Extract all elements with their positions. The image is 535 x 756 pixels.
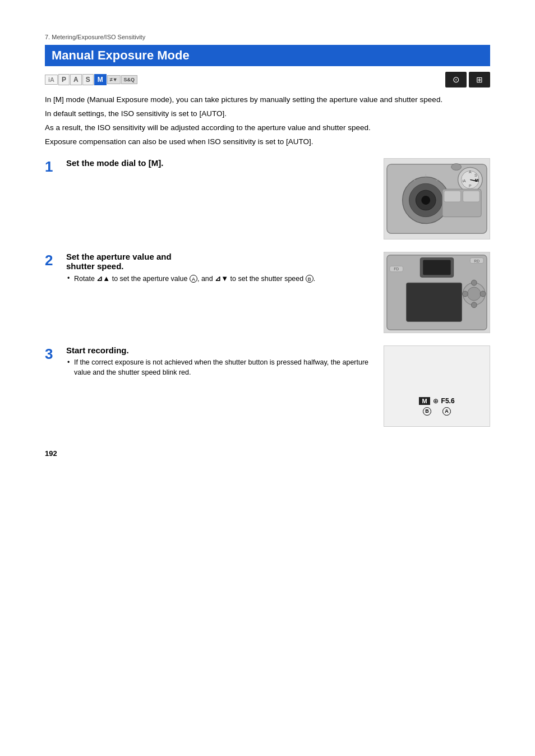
svg-text:P: P bbox=[469, 184, 472, 188]
steps-section: 1 Set the mode dial to [M]. A S bbox=[45, 158, 490, 427]
circle-b-inline: B bbox=[306, 275, 313, 283]
svg-point-26 bbox=[471, 280, 477, 285]
section-title-bar: Manual Exposure Mode bbox=[45, 45, 490, 66]
camera-mode-icons: ⊙ ⊞ bbox=[445, 72, 490, 87]
step-1-title: Set the mode dial to [M]. bbox=[66, 158, 375, 168]
photo-icon-box: ⊙ bbox=[445, 72, 467, 87]
svg-text:RD: RD bbox=[474, 259, 479, 262]
svg-rect-15 bbox=[444, 191, 461, 202]
mode-badge-a: A bbox=[70, 74, 82, 85]
svg-rect-16 bbox=[463, 191, 480, 202]
step-1-image: A S M P iA bbox=[384, 158, 490, 239]
front-dial-icon: ⊿▲ bbox=[96, 274, 110, 283]
svg-text:A: A bbox=[469, 170, 472, 174]
person-icon: ⊞ bbox=[476, 75, 483, 84]
svg-rect-22 bbox=[423, 260, 450, 275]
svg-text:M: M bbox=[475, 178, 479, 183]
rear-dial-icon: ⊿▼ bbox=[215, 274, 228, 283]
vf-label-a: A bbox=[442, 407, 451, 416]
mode-badges: iA P A S M ≠▼ S&Q bbox=[45, 74, 137, 85]
intro-para-2: In default settings, the ISO sensitivity… bbox=[45, 108, 490, 120]
step-2-image: FD RD bbox=[384, 252, 490, 333]
page-number: 192 bbox=[45, 449, 490, 458]
step-3-bullet-1: If the correct exposure is not achieved … bbox=[66, 357, 375, 379]
camera-icon: ⊙ bbox=[453, 75, 460, 85]
camera-top-diagram: A S M P iA bbox=[384, 158, 490, 239]
step-2-desc: Rotate ⊿▲ to set the aperture value A, a… bbox=[66, 273, 375, 284]
mode-icons-row: iA P A S M ≠▼ S&Q ⊙ ⊞ bbox=[45, 72, 490, 87]
step-3-left: 3 Start recording. If the correct exposu… bbox=[45, 345, 375, 379]
step-3-content: Start recording. If the correct exposure… bbox=[66, 345, 375, 379]
svg-point-13 bbox=[451, 163, 462, 170]
vf-circle-labels: B A bbox=[419, 407, 454, 416]
circle-b: B bbox=[423, 407, 431, 416]
intro-para-4: Exposure compensation can also be used w… bbox=[45, 136, 490, 148]
step-1-row: 1 Set the mode dial to [M]. A S bbox=[45, 158, 490, 239]
vf-top-row: M ⊕ F5.6 bbox=[419, 397, 454, 405]
mode-badge-sq: S&Q bbox=[121, 75, 138, 84]
vf-shutter-icon: ⊕ bbox=[433, 397, 439, 405]
step-2-left: 2 Set the aperture value andshutter spee… bbox=[45, 252, 375, 284]
step-3-number: 3 bbox=[45, 347, 59, 361]
mode-badge-video: ≠▼ bbox=[107, 75, 121, 84]
svg-point-28 bbox=[471, 302, 477, 308]
breadcrumb: 7. Metering/Exposure/ISO Sensitivity bbox=[45, 34, 490, 40]
svg-rect-23 bbox=[407, 283, 462, 321]
circle-a: A bbox=[442, 407, 451, 416]
intro-text: In [M] mode (Manual Exposure mode), you … bbox=[45, 94, 490, 148]
svg-point-4 bbox=[421, 196, 430, 205]
vf-f-value: F5.6 bbox=[441, 397, 455, 405]
mode-badge-m: M bbox=[94, 74, 107, 85]
step-1-number: 1 bbox=[45, 159, 59, 174]
circle-a-inline: A bbox=[190, 275, 197, 283]
intro-para-3: As a result, the ISO sensitivity will be… bbox=[45, 122, 490, 134]
step-1-left: 1 Set the mode dial to [M]. bbox=[45, 158, 375, 174]
step-2-bullet-1: Rotate ⊿▲ to set the aperture value A, a… bbox=[66, 273, 375, 284]
camera-back-diagram: FD RD bbox=[384, 252, 490, 333]
step-3-row: 3 Start recording. If the correct exposu… bbox=[45, 345, 490, 427]
step-2-title: Set the aperture value andshutter speed. bbox=[66, 252, 375, 271]
vf-m-badge: M bbox=[419, 397, 430, 405]
step-2-row: 2 Set the aperture value andshutter spee… bbox=[45, 252, 490, 333]
mode-badge-p: P bbox=[58, 74, 70, 85]
svg-point-29 bbox=[463, 291, 468, 297]
mode-badge-s: S bbox=[82, 74, 94, 85]
step-1-content: Set the mode dial to [M]. bbox=[66, 158, 375, 170]
svg-text:iA: iA bbox=[462, 179, 466, 183]
video-icon-box: ⊞ bbox=[469, 72, 490, 87]
mode-badge-ia: iA bbox=[45, 75, 58, 85]
vf-label-b: B bbox=[423, 407, 431, 416]
svg-text:FD: FD bbox=[394, 267, 399, 271]
step-2-content: Set the aperture value andshutter speed.… bbox=[66, 252, 375, 284]
step-3-desc: If the correct exposure is not achieved … bbox=[66, 357, 375, 379]
svg-text:S: S bbox=[474, 173, 477, 177]
step-3-title: Start recording. bbox=[66, 345, 375, 355]
step-2-number: 2 bbox=[45, 253, 59, 268]
viewfinder-display: M ⊕ F5.6 B A bbox=[419, 397, 454, 416]
step-3-image: M ⊕ F5.6 B A bbox=[384, 345, 490, 427]
intro-para-1: In [M] mode (Manual Exposure mode), you … bbox=[45, 94, 490, 106]
svg-point-27 bbox=[480, 291, 486, 297]
svg-point-25 bbox=[467, 287, 481, 301]
